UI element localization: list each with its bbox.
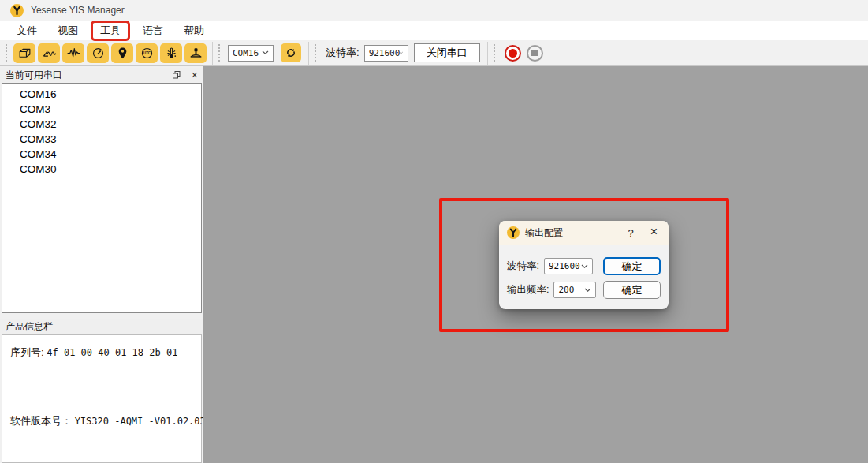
svg-text:UTC: UTC: [143, 51, 151, 55]
dialog-rate-value: 200: [558, 285, 574, 295]
chevron-down-icon: [584, 288, 591, 293]
refresh-ports-button[interactable]: [281, 43, 301, 62]
serial-number-value: 4f 01 00 40 01 18 2b 01: [47, 347, 177, 358]
serial-port-list[interactable]: COM16 COM3 COM32 COM33 COM34 COM30: [2, 83, 202, 313]
angle-wave-icon: [42, 46, 57, 61]
list-item-port[interactable]: COM34: [2, 147, 201, 162]
serial-number-row: 序列号: 4f 01 00 40 01 18 2b 01: [10, 345, 177, 360]
location-pin-icon: [115, 46, 130, 61]
dialog-rate-label: 输出频率:: [507, 283, 549, 297]
menu-bar: 文件 视图 工具 语言 帮助: [0, 21, 868, 40]
ports-panel-title: 当前可用串口: [6, 69, 62, 82]
close-panel-icon[interactable]: ×: [192, 70, 198, 80]
list-item-port[interactable]: COM32: [2, 117, 201, 132]
menu-view[interactable]: 视图: [47, 21, 88, 40]
menu-tools-highlighted[interactable]: 工具: [91, 21, 130, 41]
menu-help[interactable]: 帮助: [173, 21, 214, 40]
dialog-body: 波特率: 921600 确定 输出频率: 200 确定: [499, 245, 669, 309]
dialog-baud-value: 921600: [549, 261, 580, 271]
main-workspace: 输出配置 ? × 波特率: 921600 确定 输出频率:: [203, 66, 868, 463]
list-item-port[interactable]: COM30: [2, 162, 201, 177]
utc-clock-button[interactable]: UTC: [136, 43, 158, 63]
dialog-baud-label: 波特率:: [507, 260, 539, 273]
gauge-button[interactable]: [87, 43, 109, 63]
chevron-down-icon: [400, 50, 403, 55]
yesense-logo-icon: [10, 4, 24, 17]
toolbar-grip[interactable]: [6, 44, 9, 62]
dialog-help-button[interactable]: ?: [620, 227, 641, 239]
firmware-version-value: YIS320 -AQMI -V01.02.03;: [75, 416, 211, 427]
record-button[interactable]: [505, 45, 521, 62]
toolbar-separator: [487, 42, 488, 65]
menu-file[interactable]: 文件: [6, 21, 47, 40]
baud-rate-value: 921600: [369, 48, 400, 58]
info-panel-title: 产品信息栏: [6, 320, 53, 334]
dialog-baud-select[interactable]: 921600: [544, 258, 593, 274]
toolbar-grip[interactable]: [218, 44, 222, 62]
dialog-rate-ok-button[interactable]: 确定: [603, 281, 661, 299]
thermometer-button[interactable]: [160, 43, 182, 63]
baud-rate-row: 波特率: 921600 确定: [507, 257, 661, 275]
float-panel-icon[interactable]: [173, 71, 181, 79]
com-port-select[interactable]: COM16: [228, 45, 274, 62]
list-item-port[interactable]: COM33: [2, 132, 201, 147]
ports-panel-header: 当前可用串口 ×: [0, 68, 203, 82]
menu-language[interactable]: 语言: [132, 21, 173, 40]
product-info-content: 序列号: 4f 01 00 40 01 18 2b 01 软件版本号： YIS3…: [2, 334, 202, 463]
output-config-dialog: 输出配置 ? × 波特率: 921600 确定 输出频率:: [499, 221, 669, 309]
dialog-rate-select[interactable]: 200: [553, 282, 596, 298]
stop-button[interactable]: [527, 45, 543, 62]
stop-icon: [531, 50, 538, 56]
toolbar-separator: [308, 42, 309, 65]
app-window: Yesense YIS Manager 文件 视图 工具 语言 帮助 UTC: [0, 0, 868, 463]
serial-number-label: 序列号:: [10, 346, 44, 358]
toolbar-grip[interactable]: [494, 44, 497, 62]
joystick-button[interactable]: [184, 43, 207, 63]
firmware-version-row: 软件版本号： YIS320 -AQMI -V01.02.03;: [10, 414, 211, 428]
chevron-down-icon: [581, 264, 588, 269]
location-button[interactable]: [111, 43, 133, 63]
firmware-version-label: 软件版本号：: [10, 415, 72, 427]
waveform-icon: [66, 46, 81, 61]
info-panel-header: 产品信息栏: [0, 319, 203, 334]
refresh-icon: [285, 47, 297, 59]
toolbar-separator: [212, 42, 213, 65]
chevron-down-icon: [262, 50, 269, 55]
angle-wave-button[interactable]: [38, 43, 60, 63]
close-serial-port-button[interactable]: 关闭串口: [414, 43, 480, 62]
left-dock: 当前可用串口 × COM16 COM3 COM32 COM33 COM34 CO…: [0, 66, 203, 463]
3d-cube-button[interactable]: [13, 43, 35, 63]
record-icon: [509, 49, 517, 58]
waveform-button[interactable]: [62, 43, 84, 63]
com-port-value: COM16: [233, 48, 259, 58]
window-title: Yesense YIS Manager: [31, 5, 125, 16]
dialog-title: 输出配置: [525, 226, 563, 240]
toolbar: UTC COM16 波特率: 921600 关闭串口: [0, 40, 868, 66]
app-body: 当前可用串口 × COM16 COM3 COM32 COM33 COM34 CO…: [0, 66, 868, 463]
output-rate-row: 输出频率: 200 确定: [507, 281, 661, 299]
list-item-port[interactable]: COM16: [2, 87, 201, 102]
baud-rate-label: 波特率:: [326, 46, 359, 60]
gauge-icon: [91, 46, 106, 61]
dialog-title-bar[interactable]: 输出配置 ? ×: [499, 221, 669, 245]
baud-rate-select[interactable]: 921600: [364, 45, 408, 62]
title-bar: Yesense YIS Manager: [0, 0, 868, 21]
toolbar-grip[interactable]: [315, 44, 319, 62]
thermometer-icon: [164, 46, 179, 61]
list-item-port[interactable]: COM3: [2, 102, 201, 117]
yesense-logo-icon: [507, 226, 520, 239]
joystick-icon: [188, 46, 203, 61]
dialog-close-button[interactable]: ×: [647, 226, 661, 239]
dialog-baud-ok-button[interactable]: 确定: [603, 257, 661, 275]
utc-clock-icon: UTC: [140, 46, 155, 61]
cube-icon: [17, 46, 32, 61]
